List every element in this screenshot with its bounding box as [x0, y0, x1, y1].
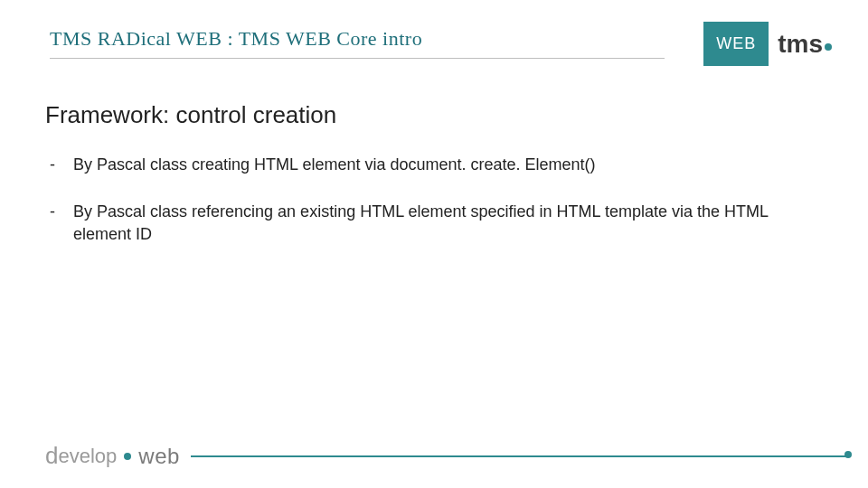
tms-logo-text: tms [778, 30, 823, 58]
footer-brand-first: d [45, 442, 58, 470]
tms-logo: tms [778, 30, 832, 59]
list-item: - By Pascal class referencing an existin… [50, 201, 814, 245]
bullet-dash-icon: - [50, 154, 73, 175]
footer-brand-rest: evelop [58, 445, 117, 468]
web-badge: WEB [703, 22, 769, 66]
list-item: - By Pascal class creating HTML element … [50, 154, 814, 175]
footer-web-label: web [138, 444, 180, 469]
footer: develop web [45, 442, 850, 470]
list-item-text: By Pascal class referencing an existing … [73, 201, 814, 245]
dot-icon [124, 453, 131, 460]
footer-line [191, 455, 850, 457]
list-item-text: By Pascal class creating HTML element vi… [73, 154, 596, 175]
bullet-dash-icon: - [50, 201, 73, 222]
bullet-list: - By Pascal class creating HTML element … [50, 154, 814, 270]
dot-icon [825, 43, 832, 51]
brand-logo: WEB tms [703, 22, 832, 66]
title-underline [50, 58, 665, 59]
section-heading: Framework: control creation [45, 101, 336, 129]
